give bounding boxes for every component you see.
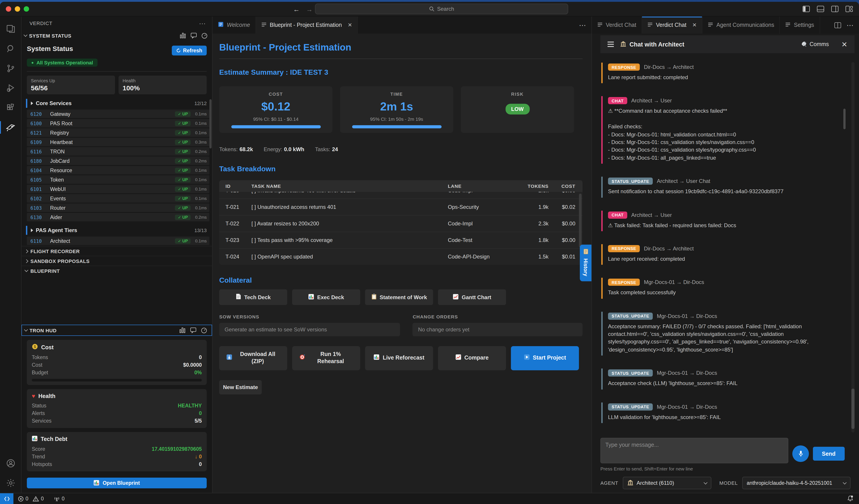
hud-row: Budget0% xyxy=(32,368,202,376)
menu-icon[interactable] xyxy=(606,40,616,49)
table-scrollbar[interactable] xyxy=(579,194,582,247)
notifications-bell-icon[interactable] xyxy=(847,495,854,502)
split-editor-icon[interactable] xyxy=(834,22,841,28)
source-control-icon[interactable] xyxy=(0,59,21,78)
verdict-extension-icon[interactable] xyxy=(0,118,21,137)
gauge-icon[interactable] xyxy=(201,32,208,39)
service-row[interactable]: 6104 Resource ✓ UP 0.1ms xyxy=(27,166,209,174)
service-row[interactable]: 6105 Token ✓ UP 0.1ms xyxy=(27,175,209,184)
open-blueprint-button[interactable]: Open Blueprint xyxy=(27,478,207,488)
column-header[interactable]: COST xyxy=(548,183,583,189)
message-route: Mgr-Docs-01 → Dir-Docs xyxy=(657,313,717,319)
column-header[interactable]: ID xyxy=(219,183,252,189)
back-icon[interactable]: ← xyxy=(293,5,300,13)
hud-row: StatusHEALTHY xyxy=(32,401,202,409)
bar-chart-icon[interactable] xyxy=(180,32,186,38)
problems-indicator[interactable]: 0 0 xyxy=(18,496,44,502)
comment-icon[interactable] xyxy=(190,327,196,333)
close-tab-icon[interactable]: ✕ xyxy=(692,22,697,28)
mic-button[interactable] xyxy=(792,445,809,462)
extensions-icon[interactable] xyxy=(0,98,21,118)
agent-select[interactable]: Architect (6110) xyxy=(623,477,711,489)
account-icon[interactable] xyxy=(0,454,21,473)
run-1-rehearsal-button[interactable]: Run 1% Rehearsal xyxy=(292,346,360,370)
messages-scrollbar-thumb[interactable] xyxy=(852,388,855,429)
editor-more-icon[interactable]: ⋯ xyxy=(579,21,586,29)
maximize-window-button[interactable] xyxy=(24,6,29,12)
table-row[interactable]: T-023[ ] Tests pass with >95% coverage C… xyxy=(219,232,583,248)
panel-tab-agent-communications[interactable]: Agent Communications xyxy=(703,17,780,33)
comment-icon[interactable] xyxy=(191,32,197,38)
service-row[interactable]: 6110 Architect ✓ UP 0.1ms xyxy=(27,236,209,245)
service-row[interactable]: 6121 Registry ✓ UP 0.1ms xyxy=(27,128,209,137)
exec-deck-button[interactable]: Exec Deck xyxy=(292,289,360,305)
new-estimate-button[interactable]: New Estimate xyxy=(219,380,262,394)
search-view-icon[interactable] xyxy=(0,39,21,59)
editor-tab-welcome[interactable]: Welcome xyxy=(212,17,256,33)
panel-more-icon[interactable]: ⋯ xyxy=(846,21,854,29)
settings-gear-icon[interactable] xyxy=(0,473,21,493)
compare-button[interactable]: Compare xyxy=(438,346,506,370)
service-row[interactable]: 6180 JobCard ✓ UP 0.2ms xyxy=(27,156,209,165)
table-row[interactable]: T-021[ ] Unauthorized access returns 401… xyxy=(219,199,583,215)
table-row[interactable]: T-022[ ] Avatar resizes to 200x200 Code-… xyxy=(219,215,583,232)
editor-tab-blueprint-project-estimation[interactable]: Blueprint - Project Estimation✕ xyxy=(256,17,358,33)
service-row[interactable]: 6100 PAS Root ✓ UP 0.1ms xyxy=(27,119,209,127)
sidebar-scrollbar[interactable] xyxy=(209,99,212,149)
bar-chart-icon[interactable] xyxy=(179,327,186,333)
gantt-chart-button[interactable]: Gantt Chart xyxy=(438,289,506,305)
refresh-button[interactable]: Refresh xyxy=(172,46,207,56)
search-input[interactable]: Search xyxy=(315,3,568,14)
column-header[interactable]: TASK NAME xyxy=(252,183,448,189)
section-header-blueprint[interactable]: BLUEPRINT xyxy=(21,266,212,275)
message-input[interactable]: Type your message... xyxy=(600,438,788,463)
statement-of-work-button[interactable]: Statement of Work xyxy=(365,289,433,305)
close-window-button[interactable] xyxy=(6,6,11,12)
messages-scrollbar-track[interactable] xyxy=(852,62,855,432)
toggle-secondary-sidebar-icon[interactable] xyxy=(831,6,839,12)
tech-deck-button[interactable]: Tech Deck xyxy=(219,289,287,305)
panel-tab-verdict-chat[interactable]: Verdict Chat✕ xyxy=(642,17,703,33)
column-header[interactable]: TOKENS xyxy=(513,183,548,189)
panel-more-icon[interactable]: ··· xyxy=(199,20,206,27)
section-header-sandbox-proposals[interactable]: SANDBOX PROPOSALS xyxy=(21,256,212,266)
layout-icon[interactable] xyxy=(846,6,853,12)
toggle-sidebar-icon[interactable] xyxy=(803,6,810,12)
section-header-flight-recorder[interactable]: FLIGHT RECORDER xyxy=(21,246,212,256)
service-row[interactable]: 6116 TRON ✓ UP 0.2ms xyxy=(27,147,209,156)
history-tab[interactable]: History xyxy=(580,245,591,281)
table-row[interactable]: T-024[ ] OpenAPI spec updated Code-API-D… xyxy=(219,248,583,265)
panel-tab-verdict-chat[interactable]: Verdict Chat xyxy=(592,17,642,33)
column-header[interactable]: LANE xyxy=(448,183,513,189)
toggle-panel-icon[interactable] xyxy=(817,6,824,12)
message-scrollbar[interactable] xyxy=(843,109,846,129)
live-reforecast-button[interactable]: Live Reforecast xyxy=(365,346,433,370)
table-row[interactable]: T-020[ ] Invalid input returns 400 with … xyxy=(219,192,583,199)
download-all-zip--button[interactable]: Download All (ZIP) xyxy=(219,346,287,370)
tron-hud-section: TRON HUD $CostTokens0Cost$0.0000Budget0%… xyxy=(21,325,212,493)
service-row[interactable]: 6120 Gateway ✓ UP 0.1ms xyxy=(27,110,209,118)
service-group-header[interactable]: PAS Agent Tiers13/13 xyxy=(26,226,210,235)
ports-indicator[interactable]: 0 xyxy=(54,496,65,502)
service-group-header[interactable]: Core Services12/12 xyxy=(26,99,210,108)
forward-icon[interactable]: → xyxy=(306,5,313,13)
section-header-system-status[interactable]: SYSTEM STATUS xyxy=(21,30,212,41)
close-chat-icon[interactable]: ✕ xyxy=(840,40,849,48)
remote-indicator[interactable] xyxy=(0,493,13,504)
comms-button[interactable]: Comms xyxy=(801,41,829,48)
panel-tab-settings[interactable]: Settings xyxy=(780,17,820,33)
explorer-icon[interactable] xyxy=(0,19,21,39)
service-row[interactable]: 6101 WebUI ✓ UP 0.1ms xyxy=(27,185,209,193)
service-row[interactable]: 6103 Router ✓ UP 0.1ms xyxy=(27,203,209,212)
run-debug-icon[interactable] xyxy=(0,78,21,98)
service-row[interactable]: 6102 Events ✓ UP 0.1ms xyxy=(27,194,209,202)
start-project-button[interactable]: Start Project xyxy=(511,346,579,370)
gauge-icon[interactable] xyxy=(201,327,207,333)
model-select[interactable]: anthropic/claude-haiku-4-5-20251001 xyxy=(742,477,850,489)
service-row[interactable]: 6130 Aider ✓ UP 0.2ms xyxy=(27,213,209,222)
close-tab-icon[interactable]: ✕ xyxy=(348,22,352,28)
minimize-window-button[interactable] xyxy=(15,6,20,12)
service-row[interactable]: 6109 Heartbeat ✓ UP 0.3ms xyxy=(27,138,209,146)
section-header-tron-hud[interactable]: TRON HUD xyxy=(21,325,212,336)
send-button[interactable]: Send xyxy=(813,447,844,461)
